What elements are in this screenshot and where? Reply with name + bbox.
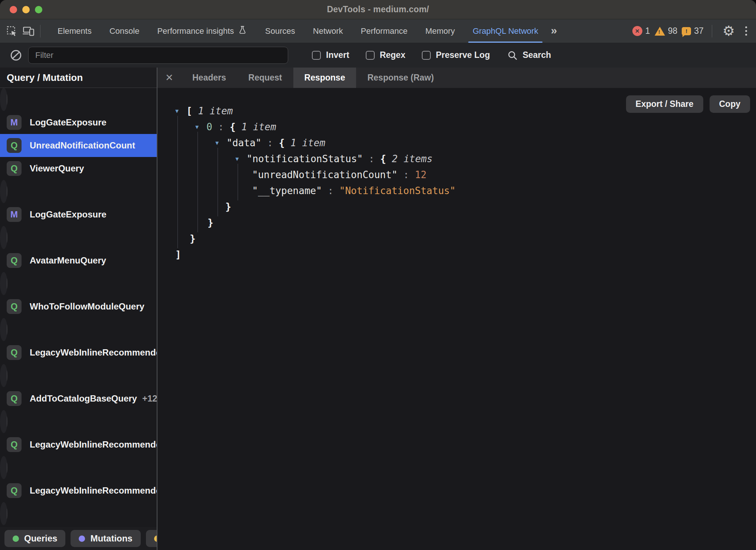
tree-token-bracket: {: [279, 137, 285, 148]
detail-tab-request[interactable]: Request: [237, 68, 293, 88]
warnings-badge[interactable]: ! 98: [655, 26, 678, 36]
indent-guide-line: [238, 164, 238, 200]
checkbox-regex[interactable]: Regex: [366, 50, 405, 60]
query-type-badge: Q: [7, 230, 7, 245]
devtools-tab-graphql-network[interactable]: GraphQL Network: [464, 19, 547, 43]
sidebar-item-loggateexposure[interactable]: MLogGateExposure: [0, 203, 157, 226]
devtools-tab-performance-insights[interactable]: Performance insights: [148, 19, 256, 43]
expand-triangle-icon[interactable]: ▼: [215, 140, 227, 146]
mutation-type-badge: M: [7, 207, 22, 222]
sidebar-item-unreadnotificationcount[interactable]: QUnreadNotificationCount: [0, 134, 157, 157]
search-control[interactable]: Search: [507, 50, 551, 61]
query-name: AddToCatalogBaseQuery: [30, 393, 137, 404]
more-tabs-chevron-icon[interactable]: »: [551, 24, 557, 37]
devtools-tab-network[interactable]: Network: [304, 19, 352, 43]
tree-token-bracket: [: [186, 105, 192, 117]
checkbox-box[interactable]: [422, 51, 431, 60]
expand-triangle-icon[interactable]: ▼: [175, 108, 186, 114]
tree-token-key: "data": [227, 137, 261, 148]
sidebar-item-viewerquery[interactable]: QViewerQuery: [0, 157, 157, 180]
checkbox-box[interactable]: [366, 51, 375, 60]
sidebar-item-addtocatalogbasequery[interactable]: QAddToCatalogBaseQuery+11: [0, 410, 7, 433]
clear-icon[interactable]: [10, 49, 22, 62]
query-name: WhoToFollowModuleQuery: [30, 301, 144, 312]
query-type-badge: Q: [7, 92, 7, 107]
checkbox-invert[interactable]: Invert: [312, 50, 349, 60]
sidebar-item-legacywebinlinerecommende[interactable]: QLegacyWebInlineRecommende: [0, 433, 157, 456]
sidebar-item-addtocatalogbasequery[interactable]: QAddToCatalogBaseQuery+12: [0, 456, 7, 479]
devtools-tab-sources[interactable]: Sources: [256, 19, 304, 43]
tree-token-colon: :: [363, 153, 380, 164]
sidebar-item-rightsidebarquery[interactable]: QRightSidebarQuery: [0, 272, 7, 295]
filter-toolbar: InvertRegexPreserve Log Search: [0, 43, 756, 68]
settings-gear-icon[interactable]: ⚙: [723, 24, 735, 38]
issues-badge[interactable]: ! 37: [682, 26, 704, 36]
filter-checkboxes: InvertRegexPreserve Log: [312, 50, 490, 60]
query-name: UnreadNotificationCount: [30, 140, 135, 151]
mutation-type-badge: M: [7, 115, 22, 130]
expand-triangle-icon[interactable]: ▼: [235, 155, 247, 162]
query-name: LegacyWebInlineRecommende: [30, 485, 157, 496]
sidebar-item-loggateexposure[interactable]: MLogGateExposure: [0, 111, 157, 134]
devtools-tab-memory[interactable]: Memory: [416, 19, 463, 43]
sidebar-item-uservieweredge[interactable]: QUserViewerEdge+2: [0, 318, 7, 341]
close-detail-icon[interactable]: ✕: [157, 68, 181, 88]
sidebar-item-visitorquery[interactable]: QVisitorQuery: [0, 88, 7, 111]
tree-line: }: [157, 215, 756, 230]
devtools-tab-elements[interactable]: Elements: [49, 19, 101, 43]
devtools-tab-performance[interactable]: Performance: [352, 19, 417, 43]
tab-label: GraphQL Network: [473, 26, 538, 36]
query-type-badge: Q: [7, 276, 7, 291]
chip-mutations[interactable]: Mutations: [71, 530, 140, 547]
type-filter-chips: QueriesMutationsPers: [0, 527, 157, 550]
chip-pers[interactable]: Pers: [146, 530, 157, 547]
query-type-badge: Q: [7, 506, 7, 521]
tree-token-bracket: }: [190, 233, 196, 244]
sidebar-item-legacywebinlinerecommende[interactable]: QLegacyWebInlineRecommende: [0, 364, 7, 387]
tree-token-colon: :: [397, 169, 415, 180]
warning-icon: !: [655, 27, 665, 36]
chip-label: Mutations: [90, 533, 132, 544]
tree-token-key: "__typename": [252, 185, 322, 196]
tab-label: Memory: [425, 26, 454, 36]
device-toolbar-icon[interactable]: [20, 23, 36, 39]
query-type-badge: Q: [7, 414, 7, 429]
kebab-menu-icon[interactable]: [742, 24, 751, 38]
panel-body: Query / Mutation QVisitorQueryMLogGateEx…: [0, 68, 756, 550]
sidebar-item-whotofollowmodulequery[interactable]: QWhoToFollowModuleQuery: [0, 295, 157, 318]
sidebar-item-addtocatalogbasequery[interactable]: QAddToCatalogBaseQuery+11: [0, 502, 7, 525]
sidebar-item-addtocatalogbasequery[interactable]: QAddToCatalogBaseQuery+12: [0, 387, 157, 410]
checkbox-box[interactable]: [312, 51, 321, 60]
detail-tab-bar: ✕ HeadersRequestResponseResponse (Raw): [157, 68, 756, 88]
devtools-tab-console[interactable]: Console: [101, 19, 149, 43]
tree-token-meta: 2 items: [386, 153, 433, 164]
sidebar-item-homepagereadinglistwithcat[interactable]: QhomepageReadingListWithCat: [0, 180, 7, 203]
query-name: ViewerQuery: [30, 163, 84, 174]
indent-guide-line: [218, 148, 218, 216]
tree-token-key: "unreadNotificationCount": [252, 169, 397, 180]
chip-dot-icon: [154, 536, 157, 542]
detail-tab-response-raw[interactable]: Response (Raw): [356, 68, 445, 88]
inspect-element-icon[interactable]: [4, 23, 20, 39]
detail-tab-response[interactable]: Response: [293, 68, 356, 88]
sidebar-item-legacywebinlinerecommende[interactable]: QLegacyWebInlineRecommende: [0, 341, 157, 364]
chip-queries[interactable]: Queries: [4, 530, 65, 547]
sidebar-header: Query / Mutation: [0, 68, 157, 88]
tab-label: Network: [313, 26, 343, 36]
sidebar-item-legacywebinlinerecommende[interactable]: QLegacyWebInlineRecommende: [0, 479, 157, 502]
tree-token-colon: :: [322, 185, 339, 196]
tree-token-number: 12: [415, 169, 426, 180]
filter-input[interactable]: [28, 47, 288, 64]
sidebar-item-homemaincontentheaderque[interactable]: QHomeMainContentHeaderQue: [0, 226, 7, 249]
sidebar-item-avatarmenuquery[interactable]: QAvatarMenuQuery: [0, 249, 157, 272]
query-name: LogGateExposure: [30, 209, 107, 220]
expand-triangle-icon[interactable]: ▼: [195, 124, 206, 130]
tab-label: Performance: [361, 26, 408, 36]
tree-token-meta: 1 item: [285, 137, 326, 148]
checkbox-preserve-log[interactable]: Preserve Log: [422, 50, 490, 60]
errors-badge[interactable]: ✕ 1: [632, 26, 650, 36]
detail-tab-headers[interactable]: Headers: [181, 68, 237, 88]
devtools-tabs: ElementsConsolePerformance insights Sour…: [49, 19, 547, 43]
tree-token-string: "NotificationStatus": [339, 185, 456, 196]
chip-dot-icon: [13, 536, 19, 542]
